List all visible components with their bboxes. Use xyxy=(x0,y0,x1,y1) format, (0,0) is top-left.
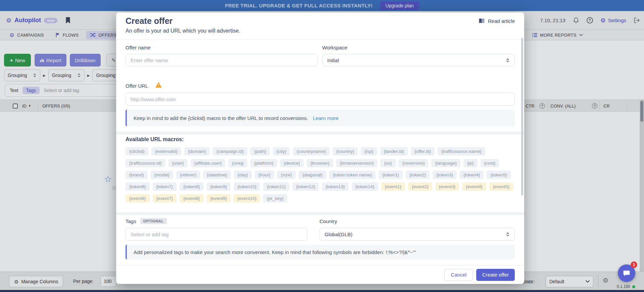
clickid-note-box: Keep in mind to add the {clickid} macro … xyxy=(126,110,515,126)
section-divider xyxy=(116,212,524,215)
macro-chip[interactable]: {osversion} xyxy=(399,159,429,167)
macro-chip[interactable]: {event5} xyxy=(489,182,513,191)
macro-chip[interactable]: {pr_key} xyxy=(263,194,287,203)
macro-chip[interactable]: {datetime} xyxy=(203,171,231,179)
chat-unread-badge: 1 xyxy=(631,261,637,268)
tags-label-group: TagsOPTIONAL xyxy=(126,218,167,224)
offer-url-input[interactable] xyxy=(126,93,515,106)
macro-chip[interactable]: {event9} xyxy=(207,194,231,203)
app-screen: FREE TRIAL. UPGRADE & GET FULL ACCESS IN… xyxy=(0,0,644,292)
macro-chip[interactable]: {event4} xyxy=(462,182,486,191)
macro-chip[interactable]: {token10} xyxy=(234,182,260,191)
macro-chip[interactable]: {path} xyxy=(250,147,269,156)
workspace-label: Workspace xyxy=(322,45,347,50)
learn-more-link[interactable]: Learn more xyxy=(313,115,339,121)
modal-title: Create offer xyxy=(126,16,172,26)
country-select-value: Global(GLB) xyxy=(325,232,352,237)
macro-chip[interactable]: {affiliate.user} xyxy=(191,159,226,167)
macro-chip[interactable]: {token:token name} xyxy=(329,171,376,179)
country-select[interactable]: Global(GLB) xyxy=(319,228,515,241)
macro-chip[interactable]: {campaign.id} xyxy=(213,147,248,156)
macro-chip[interactable]: {diagonal} xyxy=(299,171,326,179)
workspace-select-value: Initial xyxy=(327,57,339,63)
macro-chip[interactable]: {domain} xyxy=(184,147,209,156)
modal-footer: Cancel Create offer xyxy=(116,265,524,284)
macro-chip[interactable]: {token3} xyxy=(433,171,457,179)
macro-chip[interactable]: {token12} xyxy=(292,182,319,191)
macro-chip[interactable]: {model} xyxy=(151,171,174,179)
offer-name-input[interactable] xyxy=(126,54,317,67)
macro-chip[interactable]: {referer} xyxy=(176,171,200,179)
section-divider xyxy=(116,132,524,134)
macro-chip[interactable]: {device} xyxy=(280,159,304,167)
macro-chip[interactable]: {externalid} xyxy=(151,147,182,156)
macro-chip[interactable]: {event3} xyxy=(435,182,459,191)
macro-chip[interactable]: {os} xyxy=(380,159,395,167)
cancel-button[interactable]: Cancel xyxy=(444,269,473,281)
macro-chip[interactable]: {token4} xyxy=(460,171,484,179)
macro-chip[interactable]: {trafficsource.name} xyxy=(438,147,485,156)
macro-chip[interactable]: {event7} xyxy=(153,194,177,203)
macro-chip[interactable]: {browserversion} xyxy=(336,159,378,167)
chevron-updown-icon xyxy=(506,58,510,63)
workspace-select[interactable]: Initial xyxy=(322,54,515,67)
macro-chip[interactable]: {brand} xyxy=(126,171,148,179)
macro-chip[interactable]: {ip} xyxy=(463,159,478,167)
modal-subtitle: An offer is your ad URL which you will a… xyxy=(126,28,240,34)
macro-chip[interactable]: {clickid} xyxy=(126,147,148,156)
tags-input[interactable] xyxy=(126,228,307,241)
macro-chip[interactable]: {offer.id} xyxy=(411,147,435,156)
macro-chip[interactable]: {event8} xyxy=(180,194,204,203)
country-label: Country xyxy=(319,218,337,224)
create-offer-button[interactable]: Create offer xyxy=(476,269,515,281)
macro-chip[interactable]: {size} xyxy=(277,171,296,179)
macro-chip[interactable]: {language} xyxy=(431,159,460,167)
macros-list: {clickid}{externalid}{domain}{campaign.i… xyxy=(126,147,516,203)
macro-chip[interactable]: {token5} xyxy=(487,171,511,179)
macro-chip[interactable]: {country} xyxy=(333,147,358,156)
macro-chip[interactable]: {user} xyxy=(168,159,188,167)
macro-chip[interactable]: {cost} xyxy=(481,159,499,167)
macro-chip[interactable]: {countryname} xyxy=(293,147,330,156)
macro-chip[interactable]: {token2} xyxy=(406,171,430,179)
macro-chip[interactable]: {token7} xyxy=(153,182,177,191)
optional-badge: OPTIONAL xyxy=(140,218,167,224)
macro-chip[interactable]: {token9} xyxy=(207,182,231,191)
read-article-label: Read article xyxy=(488,18,515,24)
macro-chip[interactable]: {browser} xyxy=(307,159,333,167)
macro-chip[interactable]: {token14} xyxy=(352,182,378,191)
tags-label: Tags xyxy=(126,218,136,224)
macro-chip[interactable]: {token8} xyxy=(180,182,204,191)
macro-chip[interactable]: {event10} xyxy=(234,194,260,203)
macro-chip[interactable]: {event2} xyxy=(408,182,432,191)
chat-icon xyxy=(622,269,631,278)
modal-scrollbar-thumb[interactable] xyxy=(521,38,523,196)
macro-chip[interactable]: {token13} xyxy=(322,182,348,191)
macro-chip[interactable]: {isp} xyxy=(361,147,377,156)
macro-chip[interactable]: {platform} xyxy=(250,159,277,167)
macro-chip[interactable]: {event1} xyxy=(381,182,405,191)
macro-chip[interactable]: {token1} xyxy=(379,171,403,179)
macro-chip[interactable]: {hour} xyxy=(255,171,274,179)
macro-chip[interactable]: {event6} xyxy=(126,194,150,203)
macros-label: Available URL macros: xyxy=(126,136,184,142)
modal-header: Create offer An offer is your ad URL whi… xyxy=(116,12,524,40)
read-article-link[interactable]: Read article xyxy=(479,18,515,24)
macro-chip[interactable]: {token6} xyxy=(126,182,150,191)
clickid-note-text: Keep in mind to add the {clickid} macro … xyxy=(134,115,308,121)
macro-chip[interactable]: {trafficsource.id} xyxy=(126,159,165,167)
tags-note-box: Add personalized tags to make your searc… xyxy=(126,245,515,259)
create-offer-modal: Create offer An offer is your ad URL whi… xyxy=(116,12,524,284)
macro-chip[interactable]: {city} xyxy=(273,147,290,156)
offer-url-label: Offer URL xyxy=(126,83,148,89)
macro-chip[interactable]: {uniq} xyxy=(228,159,247,167)
tags-note-text: Add personalized tags to make your searc… xyxy=(134,249,416,255)
macro-chip[interactable]: {token11} xyxy=(263,182,289,191)
macro-chip[interactable]: {lander.id} xyxy=(380,147,408,156)
book-icon xyxy=(479,18,485,24)
offer-name-label: Offer name xyxy=(126,45,151,50)
warning-icon xyxy=(155,82,162,88)
chevron-updown-icon xyxy=(506,232,510,237)
macro-chip[interactable]: {day} xyxy=(234,171,252,179)
